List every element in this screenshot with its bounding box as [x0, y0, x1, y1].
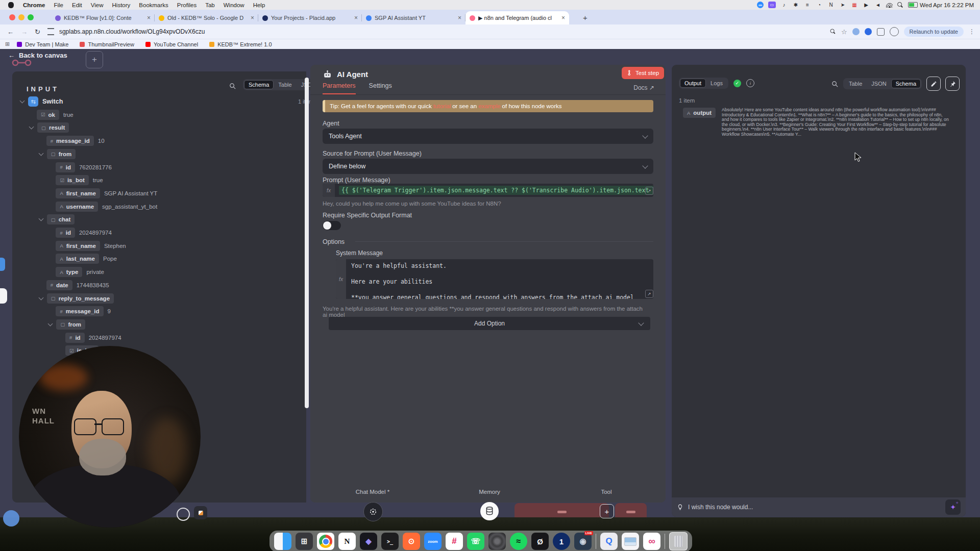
openai-chat-model-icon[interactable]: [363, 502, 383, 521]
tree-row[interactable]: ▢reply_to_message: [39, 293, 114, 304]
menu-item-window[interactable]: Window: [224, 2, 244, 8]
output-view-table[interactable]: Table: [844, 79, 867, 88]
dock-icon-postman[interactable]: ⊙: [403, 533, 420, 550]
zoom-icon[interactable]: zm: [757, 2, 764, 8]
tree-row[interactable]: Afirst_nameSGP AI Assistant YT: [48, 188, 157, 199]
memory-database-icon[interactable]: [480, 502, 499, 520]
tree-row[interactable]: ▢from: [39, 148, 76, 160]
input-view-schema[interactable]: Schema: [244, 80, 274, 89]
tab-close-icon[interactable]: ×: [354, 14, 358, 21]
output-tab-logs[interactable]: Logs: [706, 79, 727, 88]
clock-icon[interactable]: ◔: [816, 2, 823, 8]
require-output-toggle[interactable]: [323, 221, 341, 230]
screen-share-icon[interactable]: ▭: [768, 2, 776, 8]
output-view-schema[interactable]: Schema: [891, 79, 921, 88]
system-message-textarea[interactable]: fx You're a helpful assistant. Here are …: [336, 259, 653, 299]
tree-key-badge[interactable]: ▢chat: [47, 214, 75, 224]
connector-1[interactable]: [480, 502, 499, 520]
menu-item-edit[interactable]: Edit: [72, 2, 82, 8]
window-zoom-button[interactable]: [28, 14, 34, 20]
dock-icon-trash[interactable]: [669, 532, 688, 550]
tree-row[interactable]: Afirst_nameStephen: [48, 240, 126, 252]
tab-close-icon[interactable]: ×: [561, 14, 565, 21]
dock-icon-terminal[interactable]: >_: [381, 533, 399, 550]
menu-icon[interactable]: ≡: [804, 2, 811, 8]
expand-field-icon[interactable]: ↗: [645, 290, 653, 298]
info-icon[interactable]: i: [746, 79, 754, 87]
window-minimize-button[interactable]: [18, 14, 24, 20]
chevron-down-icon[interactable]: [38, 216, 43, 221]
dock-icon-chrome[interactable]: [317, 533, 334, 550]
tree-key-badge[interactable]: Afirst_name: [56, 241, 100, 251]
connector-2[interactable]: +: [600, 504, 614, 518]
apps-grid-icon[interactable]: ⊞: [5, 41, 10, 47]
dock-icon-onepassword[interactable]: 1: [553, 533, 570, 550]
tutorial-link[interactable]: tutorial: [433, 103, 451, 109]
input-panel-scrollbar[interactable]: [305, 78, 309, 408]
dock-icon-preview[interactable]: [622, 533, 639, 550]
tree-row[interactable]: ⇆Switch1 item: [20, 96, 63, 107]
dock-icon-notion-calendar[interactable]: Ø: [531, 533, 549, 550]
menu-item-history[interactable]: History: [112, 2, 131, 8]
tree-key-badge[interactable]: ▢reply_to_message: [47, 293, 114, 304]
menu-item-tab[interactable]: Tab: [205, 2, 215, 8]
input-view-table[interactable]: Table: [274, 80, 296, 89]
browser-tab-2[interactable]: Your Projects - Placid.app×: [258, 11, 362, 24]
example-link[interactable]: example: [478, 103, 500, 109]
chevron-down-icon[interactable]: [38, 151, 43, 156]
tree-key-badge[interactable]: Atype: [56, 267, 82, 277]
settings-icon[interactable]: ✱: [792, 2, 799, 8]
window-close-button[interactable]: [9, 14, 15, 20]
mic-icon[interactable]: ♪: [780, 2, 788, 8]
back-button[interactable]: ←: [7, 28, 14, 36]
pin-output-button[interactable]: [945, 77, 960, 91]
tree-key-badge[interactable]: ▢result: [37, 122, 69, 133]
test-step-button[interactable]: Test step: [622, 67, 664, 79]
browser-tab-3[interactable]: SGP AI Assistant YT×: [362, 11, 465, 24]
dock-icon-spotify[interactable]: ≈: [510, 533, 527, 550]
grid-icon[interactable]: ▦: [851, 2, 858, 8]
reload-button[interactable]: ↻: [35, 28, 40, 36]
menu-item-chrome[interactable]: Chrome: [23, 2, 45, 8]
tree-row[interactable]: #id2024897974: [58, 332, 121, 343]
tree-key-badge[interactable]: #id: [56, 162, 75, 172]
tree-key-badge[interactable]: Alast_name: [56, 254, 99, 264]
tree-key-badge[interactable]: ▢from: [56, 319, 85, 330]
tree-row[interactable]: #message_id10: [39, 135, 105, 146]
battery-icon[interactable]: [908, 2, 918, 8]
site-settings-icon[interactable]: [47, 28, 54, 35]
dock-icon-slack[interactable]: #: [446, 533, 463, 550]
chevron-down-icon[interactable]: [38, 295, 43, 300]
play-icon[interactable]: ▶: [863, 2, 870, 8]
search-icon[interactable]: [897, 2, 903, 8]
docs-link[interactable]: Docs ↗: [633, 84, 654, 91]
tree-row[interactable]: Ausernamesgp_assistant_yt_bot: [48, 201, 157, 212]
tree-key-badge[interactable]: ☑is_bot: [56, 175, 88, 185]
dock-icon-finder[interactable]: [274, 533, 291, 550]
browser-tab-0[interactable]: KEDB™ Flow [v1.0]: Conte×: [51, 11, 155, 24]
tab-settings[interactable]: Settings: [369, 82, 392, 94]
tree-row[interactable]: ▢result: [30, 122, 69, 133]
menu-item-file[interactable]: File: [54, 2, 63, 8]
dock-icon-restream-live[interactable]: ◉LIVE: [574, 533, 592, 550]
prompt-expression-field[interactable]: fx {{ $('Telegram Trigger').item.json.me…: [323, 184, 653, 197]
zoom-page-icon[interactable]: [830, 29, 836, 35]
dock-icon-whatsapp[interactable]: ☏: [467, 533, 484, 550]
canvas-control-circle-button[interactable]: [177, 508, 190, 521]
add-tool-button[interactable]: +: [600, 504, 614, 518]
browser-tab-4[interactable]: ▶ n8n and Telegram (audio cl×: [465, 11, 569, 24]
tree-row[interactable]: #id2024897974: [48, 227, 112, 238]
edit-output-button[interactable]: [926, 77, 941, 91]
forward-button[interactable]: →: [21, 28, 28, 36]
tree-row[interactable]: #message_id9: [48, 306, 111, 317]
extension-icon[interactable]: [865, 28, 872, 35]
tab-parameters[interactable]: Parameters: [323, 82, 356, 94]
bookmark-3[interactable]: KEDB™ Extreme! 1.0: [209, 41, 272, 47]
bookmark-1[interactable]: ThumbnailPreview: [80, 41, 134, 47]
tree-key-badge[interactable]: ▢from: [47, 149, 76, 159]
notion-icon[interactable]: N: [827, 2, 835, 8]
profile-avatar[interactable]: [890, 27, 899, 36]
tree-row[interactable]: ▢chat: [39, 214, 75, 225]
extensions-puzzle-icon[interactable]: [877, 28, 885, 36]
browser-tab-1[interactable]: Old - KEDB™ Solo - Google D×: [155, 11, 258, 24]
